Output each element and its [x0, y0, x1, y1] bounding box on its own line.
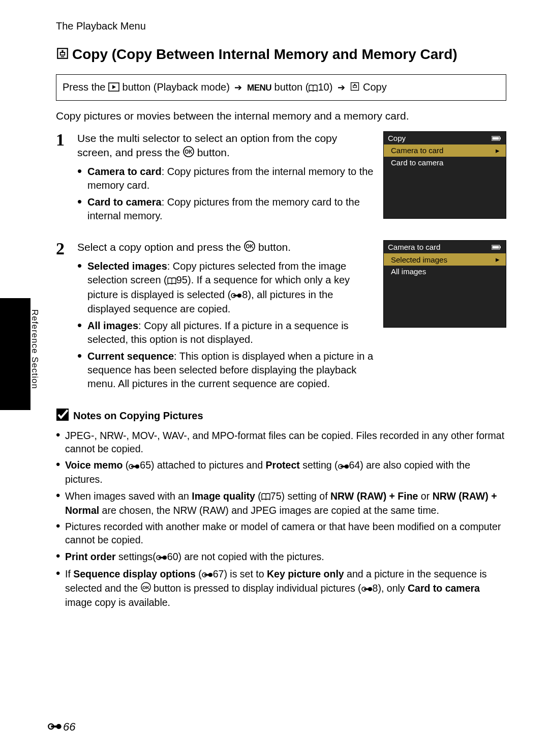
title-text: Copy (Copy Between Internal Memory and M…	[72, 46, 458, 62]
svg-text:OK: OK	[185, 149, 193, 155]
note-item: Voice memo (65) attached to pictures and…	[56, 458, 506, 486]
page-number: 66	[48, 720, 75, 734]
svg-rect-12	[493, 137, 499, 139]
intro-text: Copy pictures or movies between the inte…	[56, 110, 506, 122]
svg-rect-6	[351, 82, 359, 90]
page-title: Copy (Copy Between Internal Memory and M…	[56, 45, 506, 64]
svg-text:OK: OK	[142, 585, 149, 590]
arrow-icon: ➔	[234, 82, 242, 93]
check-box-icon	[56, 408, 69, 424]
copy-small-icon	[350, 81, 360, 95]
book-ref-icon	[309, 81, 318, 95]
step2-heading: Select a copy option and press the OK bu…	[77, 240, 374, 255]
note-item: When images saved with an Image quality …	[56, 489, 506, 517]
svg-rect-19	[233, 295, 239, 296]
svg-text:OK: OK	[246, 244, 254, 249]
ref-link-icon	[202, 568, 213, 581]
note-item: JPEG-, NRW-, MOV-, WAV-, and MPO-format …	[56, 429, 506, 456]
spine-text: Reference Section	[29, 309, 40, 389]
book-ref-icon	[261, 490, 270, 503]
svg-rect-36	[204, 574, 210, 576]
svg-rect-26	[131, 466, 137, 468]
step-number-2: 2	[56, 240, 70, 394]
running-header: The Playback Menu	[56, 20, 506, 32]
camera-screen-camera-to-card: Camera to card Selected images▸ All imag…	[383, 240, 506, 328]
camera-screen-copy: Copy Camera to card▸ Card to camera	[383, 131, 506, 219]
ok-button-icon: OK	[141, 582, 151, 595]
step1-heading: Use the multi selector to select an opti…	[77, 131, 374, 161]
step2-options: Selected images: Copy pictures selected …	[77, 259, 374, 390]
copy-icon	[56, 46, 69, 64]
notes-list: JPEG-, NRW-, MOV-, WAV-, and MPO-format …	[56, 429, 506, 609]
ref-link-icon	[129, 459, 140, 473]
ref-link-icon	[231, 288, 242, 302]
note-item: Pictures recorded with another make or m…	[56, 520, 506, 547]
svg-rect-2	[60, 52, 65, 55]
svg-rect-13	[500, 137, 501, 139]
svg-rect-33	[159, 557, 165, 559]
playback-icon	[108, 81, 119, 95]
note-item: If Sequence display options (67) is set …	[56, 567, 506, 609]
ref-link-icon	[338, 459, 349, 473]
svg-rect-44	[51, 725, 58, 728]
step1-options: Camera to card: Copy pictures from the i…	[77, 165, 374, 223]
notes-heading: Notes on Copying Pictures	[56, 408, 506, 424]
ref-link-icon	[361, 582, 373, 595]
battery-icon	[492, 243, 502, 251]
step-number-1: 1	[56, 131, 70, 226]
book-ref-icon	[167, 274, 176, 288]
svg-rect-41	[364, 589, 370, 590]
svg-marker-4	[112, 85, 116, 89]
svg-rect-21	[493, 246, 499, 249]
note-item: Print order settings(60) are not copied …	[56, 550, 506, 564]
battery-icon	[492, 134, 502, 142]
svg-rect-8	[353, 85, 357, 88]
chevron-right-icon: ▸	[496, 146, 500, 155]
svg-rect-29	[341, 466, 347, 468]
ref-link-icon	[48, 720, 62, 734]
chevron-right-icon: ▸	[496, 255, 500, 264]
arrow-icon: ➔	[338, 82, 345, 93]
ok-button-icon: OK	[183, 146, 194, 161]
svg-rect-22	[500, 246, 501, 248]
navigation-path-box: Press the button (Playback mode) ➔ MENU …	[56, 74, 506, 101]
ref-link-icon	[156, 550, 167, 564]
ok-button-icon: OK	[244, 241, 255, 255]
spine-black-bar	[0, 298, 30, 410]
